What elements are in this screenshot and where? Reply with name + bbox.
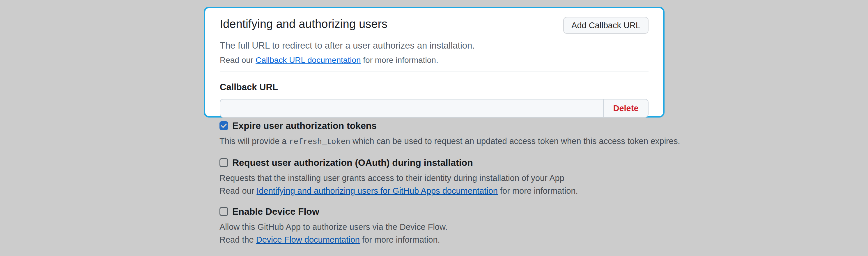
read-prefix: Read the xyxy=(219,235,256,244)
option-request-oauth: Request user authorization (OAuth) durin… xyxy=(219,157,802,196)
request-oauth-checkbox[interactable] xyxy=(219,158,228,167)
read-suffix: for more information. xyxy=(498,186,578,195)
github-app-settings-page: Identifying and authorizing users Add Ca… xyxy=(0,0,868,256)
callback-url-label: Callback URL xyxy=(220,82,649,93)
note-suffix: for more information. xyxy=(361,56,438,65)
device-flow-description: Allow this GitHub App to authorize users… xyxy=(219,221,802,232)
description-suffix: which can be used to request an updated … xyxy=(350,136,680,146)
option-request-oauth-row: Request user authorization (OAuth) durin… xyxy=(219,157,802,168)
checkmark-icon xyxy=(221,123,227,128)
callback-url-input-group: Delete xyxy=(220,99,649,118)
read-prefix: Read our xyxy=(219,186,256,195)
request-oauth-description: Requests that the installing user grants… xyxy=(219,172,802,184)
expire-tokens-description: This will provide a refresh_token which … xyxy=(219,135,802,148)
add-callback-url-button[interactable]: Add Callback URL xyxy=(563,17,649,34)
device-flow-label[interactable]: Enable Device Flow xyxy=(232,206,319,217)
option-device-flow-row: Enable Device Flow xyxy=(219,206,802,217)
authorization-options: Expire user authorization tokens This wi… xyxy=(219,120,802,245)
request-oauth-read-note: Read our Identifying and authorizing use… xyxy=(219,185,802,196)
read-suffix: for more information. xyxy=(360,235,440,244)
refresh-token-code: refresh_token xyxy=(289,137,350,146)
identifying-authorizing-users-doc-link[interactable]: Identifying and authorizing users for Gi… xyxy=(256,186,498,195)
section-description: The full URL to redirect to after a user… xyxy=(220,40,649,51)
note-prefix: Read our xyxy=(220,56,255,65)
device-flow-documentation-link[interactable]: Device Flow documentation xyxy=(256,235,360,244)
divider xyxy=(220,71,649,72)
card-header: Identifying and authorizing users Add Ca… xyxy=(220,17,649,34)
description-prefix: This will provide a xyxy=(219,136,289,146)
device-flow-checkbox[interactable] xyxy=(219,207,228,216)
delete-callback-url-button[interactable]: Delete xyxy=(603,99,648,117)
option-expire-tokens: Expire user authorization tokens This wi… xyxy=(219,120,802,148)
option-device-flow: Enable Device Flow Allow this GitHub App… xyxy=(219,206,802,245)
identifying-authorizing-users-card: Identifying and authorizing users Add Ca… xyxy=(204,7,664,118)
section-note: Read our Callback URL documentation for … xyxy=(220,55,649,65)
device-flow-read-note: Read the Device Flow documentation for m… xyxy=(219,234,802,245)
callback-url-input[interactable] xyxy=(220,99,603,117)
section-title: Identifying and authorizing users xyxy=(220,17,388,31)
callback-url-documentation-link[interactable]: Callback URL documentation xyxy=(255,56,361,65)
option-expire-tokens-row: Expire user authorization tokens xyxy=(219,120,802,131)
expire-tokens-checkbox[interactable] xyxy=(219,121,228,130)
request-oauth-label[interactable]: Request user authorization (OAuth) durin… xyxy=(232,157,473,168)
expire-tokens-label[interactable]: Expire user authorization tokens xyxy=(232,120,377,131)
